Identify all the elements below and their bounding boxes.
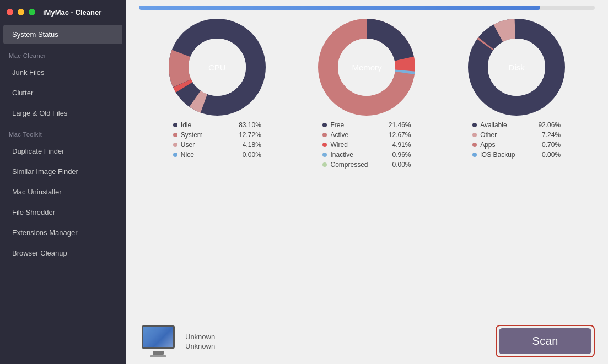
legend-item: Available 92.06% [472, 121, 561, 129]
svg-point-9 [338, 39, 395, 96]
legend-item: Other 7.24% [472, 131, 561, 139]
sidebar-item-file-shredder[interactable]: File Shredder [3, 203, 122, 222]
titlebar: iMyMac - Cleaner [0, 0, 126, 24]
legend-dot-nice [173, 153, 177, 157]
memory-legend: Free 21.46% Active 12.67% Wired 4.91% In… [322, 121, 411, 169]
legend-dot-apps [472, 143, 477, 147]
mac-model-line1: Unknown [185, 333, 215, 341]
cpu-legend: Idle 83.10% System 12.72% User 4.18% Nic… [173, 121, 261, 169]
bottom-bar: Unknown Unknown Scan [126, 318, 608, 364]
legend-dot-active [322, 133, 327, 137]
mac-info: Unknown Unknown [139, 325, 215, 357]
monitor-stand [153, 351, 164, 355]
legend-item: System 12.72% [173, 131, 261, 139]
disk-chart: Disk [467, 18, 566, 117]
legend-item: Nice 0.00% [173, 151, 261, 159]
close-button[interactable] [7, 9, 13, 15]
legend-dot-other [472, 133, 477, 137]
mac-text: Unknown Unknown [185, 333, 215, 350]
main-content: CPU Memory [126, 0, 608, 364]
mac-monitor-icon [139, 325, 177, 357]
sidebar-item-large-old-files[interactable]: Large & Old Files [3, 104, 122, 123]
legend-item: Apps 0.70% [472, 141, 561, 149]
sidebar: iMyMac - Cleaner System Status Mac Clean… [0, 0, 126, 364]
legend-item: iOS Backup 0.00% [472, 151, 561, 159]
cpu-donut: CPU [168, 18, 267, 117]
monitor-screen [142, 325, 175, 349]
sidebar-item-mac-uninstaller[interactable]: Mac Uninstaller [3, 182, 122, 202]
disk-legend: Available 92.06% Other 7.24% Apps 0.70% … [472, 121, 561, 169]
monitor-base [150, 355, 166, 357]
legend-dot-wired [322, 143, 327, 147]
legend-item: Compressed 0.00% [322, 161, 411, 169]
scan-button-wrapper: Scan [496, 325, 595, 357]
legend-item: User 4.18% [173, 141, 261, 149]
charts-area: CPU Memory [126, 12, 608, 117]
cpu-chart: CPU [168, 18, 267, 117]
sidebar-item-extensions-manager[interactable]: Extensions Manager [3, 223, 122, 242]
app-title: iMyMac - Cleaner [43, 8, 101, 17]
sidebar-item-system-status[interactable]: System Status [3, 25, 122, 44]
legends-area: Idle 83.10% System 12.72% User 4.18% Nic… [126, 117, 608, 169]
legend-item: Inactive 0.96% [322, 151, 411, 159]
legend-dot-inactive [322, 153, 327, 157]
legend-dot-system [173, 133, 177, 137]
minimize-button[interactable] [18, 9, 24, 15]
legend-item: Free 21.46% [322, 121, 411, 129]
legend-dot-compressed [322, 162, 327, 167]
mac-model-line2: Unknown [185, 342, 215, 350]
svg-point-13 [488, 39, 545, 96]
sidebar-item-junk-files[interactable]: Junk Files [3, 63, 122, 82]
legend-dot-free [322, 123, 327, 127]
scan-button[interactable]: Scan [499, 328, 591, 354]
legend-dot-user [173, 143, 177, 147]
section-mac-cleaner: Mac Cleaner [0, 45, 126, 62]
legend-item: Active 12.67% [322, 131, 411, 139]
legend-dot-idle [173, 123, 177, 127]
legend-item: Idle 83.10% [173, 121, 261, 129]
legend-dot-ios-backup [472, 153, 477, 157]
sidebar-item-clutter[interactable]: Clutter [3, 83, 122, 102]
disk-donut: Disk [467, 18, 566, 117]
legend-dot-available [472, 123, 477, 127]
svg-point-4 [179, 29, 256, 106]
sidebar-item-similar-image-finder[interactable]: Similar Image Finder [3, 162, 122, 181]
maximize-button[interactable] [29, 9, 35, 15]
section-mac-toolkit: Mac Toolkit [0, 123, 126, 141]
memory-chart: Memory [317, 18, 416, 117]
legend-item: Wired 4.91% [322, 141, 411, 149]
progress-bar-container [139, 6, 595, 10]
sidebar-item-duplicate-finder[interactable]: Duplicate Finder [3, 142, 122, 161]
progress-bar-fill [139, 6, 540, 10]
sidebar-item-browser-cleanup[interactable]: Browser Cleanup [3, 243, 122, 263]
memory-donut: Memory [317, 18, 416, 117]
